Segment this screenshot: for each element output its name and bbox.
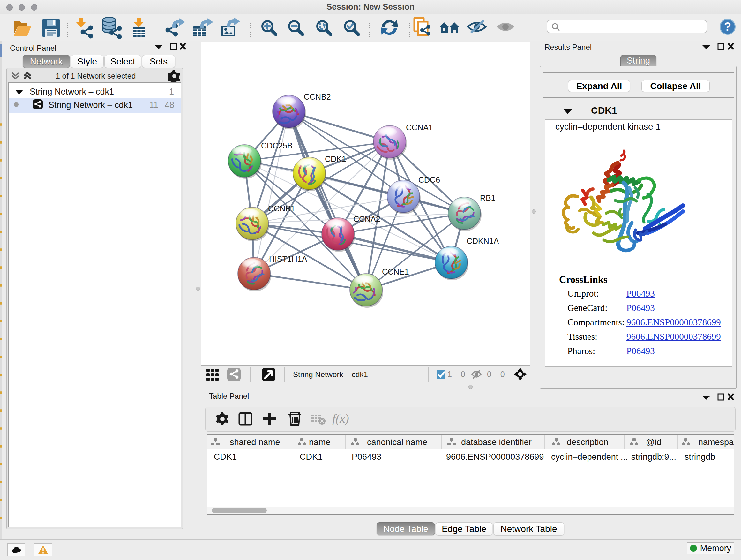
svg-text:stringdb: stringdb <box>684 452 715 462</box>
svg-text:RB1: RB1 <box>480 193 495 202</box>
svg-text:shared name: shared name <box>230 437 280 447</box>
svg-text:CDKN1A: CDKN1A <box>467 237 499 246</box>
svg-text:CCNE1: CCNE1 <box>382 267 409 276</box>
svg-text:0 – 0: 0 – 0 <box>487 370 505 379</box>
svg-text:CCNA2: CCNA2 <box>353 214 381 224</box>
svg-text:namespace: namespace <box>698 437 734 447</box>
svg-text:CCNB1: CCNB1 <box>268 204 295 213</box>
svg-text:@id: @id <box>646 437 661 447</box>
svg-text:CDC6: CDC6 <box>418 175 440 184</box>
svg-text:description: description <box>567 437 609 447</box>
svg-text:database identifier: database identifier <box>461 437 532 447</box>
svg-text:String Network – cdk1: String Network – cdk1 <box>293 370 368 379</box>
svg-text:CDC25B: CDC25B <box>261 141 293 150</box>
svg-text:9606.ENSP00000378699: 9606.ENSP00000378699 <box>446 452 544 462</box>
svg-text:name: name <box>309 437 331 447</box>
svg-text:canonical name: canonical name <box>367 437 427 447</box>
svg-text:P06493: P06493 <box>352 452 381 462</box>
svg-text:cyclin–dependent ...: cyclin–dependent ... <box>551 452 628 462</box>
svg-text:CDK1: CDK1 <box>325 154 346 164</box>
svg-text:CCNA1: CCNA1 <box>406 123 433 132</box>
svg-text:1 – 0: 1 – 0 <box>448 370 465 379</box>
svg-text:HIST1H1A: HIST1H1A <box>269 254 307 263</box>
svg-text:CCNB2: CCNB2 <box>304 92 331 101</box>
svg-text:CDK1: CDK1 <box>300 452 323 462</box>
svg-text:stringdb:9...: stringdb:9... <box>631 452 676 462</box>
svg-text:CDK1: CDK1 <box>214 452 237 462</box>
svg-text:f(x): f(x) <box>332 412 349 426</box>
